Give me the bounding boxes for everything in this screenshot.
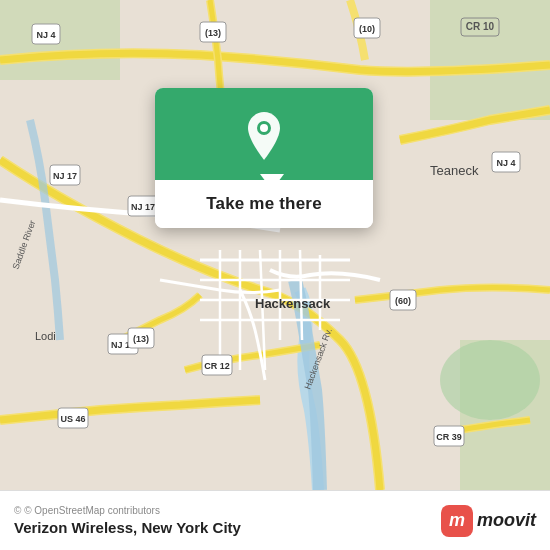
location-name: Verizon Wireless xyxy=(14,519,133,536)
location-city: New York City xyxy=(141,519,240,536)
svg-text:NJ 4: NJ 4 xyxy=(36,30,55,40)
svg-text:US 46: US 46 xyxy=(60,414,85,424)
moovit-logo: m moovit xyxy=(441,505,536,537)
popup-tail xyxy=(260,174,284,190)
svg-text:CR 10: CR 10 xyxy=(466,21,495,32)
bottom-bar: © © OpenStreetMap contributors Verizon W… xyxy=(0,490,550,550)
svg-text:(13): (13) xyxy=(205,28,221,38)
svg-text:NJ 4: NJ 4 xyxy=(496,158,515,168)
location-pin-icon xyxy=(242,110,286,162)
svg-text:(10): (10) xyxy=(359,24,375,34)
popup-card: Take me there xyxy=(155,88,373,228)
moovit-m-icon: m xyxy=(441,505,473,537)
svg-point-4 xyxy=(440,340,540,420)
svg-text:CR 12: CR 12 xyxy=(204,361,230,371)
svg-text:(13): (13) xyxy=(133,334,149,344)
popup-top xyxy=(155,88,373,180)
svg-text:Lodi: Lodi xyxy=(35,330,56,342)
svg-text:Hackensack: Hackensack xyxy=(255,296,331,311)
map-background: NJ 4 NJ 17 NJ 17 (13) (10) CR 10 NJ 17 (… xyxy=(0,0,550,490)
moovit-text: moovit xyxy=(477,510,536,531)
svg-point-47 xyxy=(260,124,268,132)
copyright-symbol: © xyxy=(14,505,21,516)
svg-text:NJ 17: NJ 17 xyxy=(131,202,155,212)
map-container: NJ 4 NJ 17 NJ 17 (13) (10) CR 10 NJ 17 (… xyxy=(0,0,550,490)
svg-text:CR 39: CR 39 xyxy=(436,432,462,442)
svg-text:Teaneck: Teaneck xyxy=(430,163,479,178)
copyright-text: © OpenStreetMap contributors xyxy=(24,505,160,516)
svg-text:(60): (60) xyxy=(395,296,411,306)
svg-text:NJ 17: NJ 17 xyxy=(53,171,77,181)
